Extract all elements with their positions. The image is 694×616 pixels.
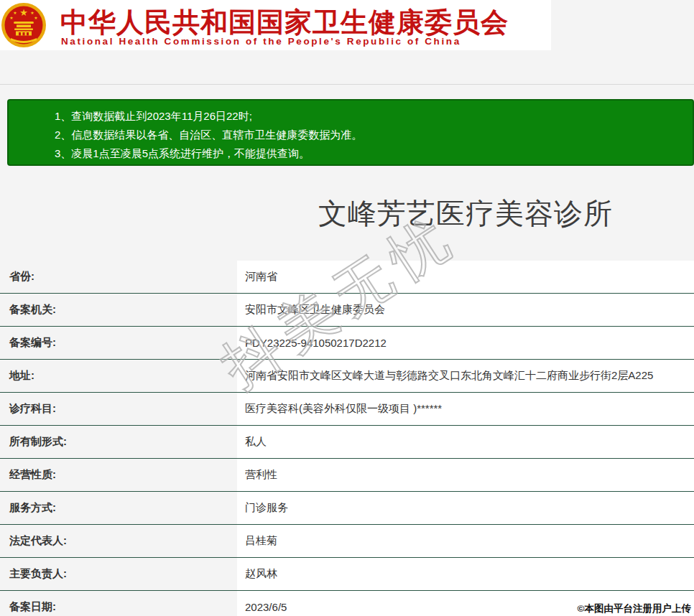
- field-label: 服务方式:: [0, 492, 237, 524]
- field-label: 地址:: [0, 360, 237, 392]
- notice-line-1: 1、查询数据截止到2023年11月26日22时;: [55, 107, 685, 126]
- svg-text:★: ★: [34, 15, 37, 20]
- field-value: 营利性: [237, 459, 694, 491]
- field-label: 诊疗科目:: [0, 393, 237, 425]
- query-notice-box: 1、查询数据截止到2023年11月26日22时; 2、信息数据结果以各省、自治区…: [7, 99, 694, 166]
- table-row-address: 地址: 河南省安阳市文峰区文峰大道与彰德路交叉口东北角文峰汇十二府商业步行街2层…: [0, 360, 694, 393]
- table-row-service-mode: 服务方式: 门诊服务: [0, 492, 694, 525]
- field-value: 河南省: [237, 261, 694, 293]
- field-label: 主要负责人:: [0, 558, 237, 590]
- field-value: 吕桂菊: [237, 525, 694, 557]
- field-value: 安阳市文峰区卫生健康委员会: [237, 294, 694, 326]
- notice-line-3: 3、凌晨1点至凌晨5点系统进行维护，不能提供查询。: [55, 144, 685, 163]
- svg-text:★: ★: [9, 15, 13, 20]
- field-label: 省份:: [0, 261, 237, 293]
- svg-text:★: ★: [19, 7, 28, 18]
- header-divider: [0, 84, 694, 85]
- clinic-name-title: 文峰芳艺医疗美容诊所: [237, 194, 694, 233]
- record-table: 省份: 河南省 备案机关: 安阳市文峰区卫生健康委员会 备案编号: PDY232…: [0, 261, 694, 616]
- field-value: PDY23225-941050217D2212: [237, 327, 694, 359]
- field-value: 赵风林: [237, 558, 694, 590]
- field-label: 备案机关:: [0, 294, 237, 326]
- field-value: 门诊服务: [237, 492, 694, 524]
- table-row-principal: 主要负责人: 赵风林: [0, 558, 694, 591]
- field-value: 河南省安阳市文峰区文峰大道与彰德路交叉口东北角文峰汇十二府商业步行街2层A225: [237, 360, 694, 392]
- field-value: 私人: [237, 426, 694, 458]
- field-label: 备案编号:: [0, 327, 237, 359]
- field-label: 备案日期:: [0, 591, 237, 616]
- table-row-filing-authority: 备案机关: 安阳市文峰区卫生健康委员会: [0, 294, 694, 327]
- image-attribution-note: ©本图由平台注册用户上传: [578, 602, 691, 615]
- site-header: ★ ★ ★ ★ ★ 中华人民共和国国家卫生健康委员会 National Heal…: [0, 0, 551, 50]
- svg-text:★: ★: [30, 10, 34, 15]
- table-row-ownership: 所有制形式: 私人: [0, 426, 694, 459]
- field-value: 医疗美容科(美容外科仅限一级项目 )******: [237, 393, 694, 425]
- site-title-en: National Health Commission of the People…: [61, 36, 461, 47]
- table-row-legal-representative: 法定代表人: 吕桂菊: [0, 525, 694, 558]
- field-label: 经营性质:: [0, 459, 237, 491]
- svg-text:★: ★: [13, 10, 17, 15]
- notice-line-2: 2、信息数据结果以各省、自治区、直辖市卫生健康委数据为准。: [55, 126, 685, 144]
- table-row-treatment-subjects: 诊疗科目: 医疗美容科(美容外科仅限一级项目 )******: [0, 393, 694, 426]
- national-emblem-icon: ★ ★ ★ ★ ★: [1, 2, 47, 48]
- field-label: 所有制形式:: [0, 426, 237, 458]
- table-row-filing-number: 备案编号: PDY23225-941050217D2212: [0, 327, 694, 360]
- field-label: 法定代表人:: [0, 525, 237, 557]
- table-row-province: 省份: 河南省: [0, 261, 694, 294]
- table-row-business-nature: 经营性质: 营利性: [0, 459, 694, 492]
